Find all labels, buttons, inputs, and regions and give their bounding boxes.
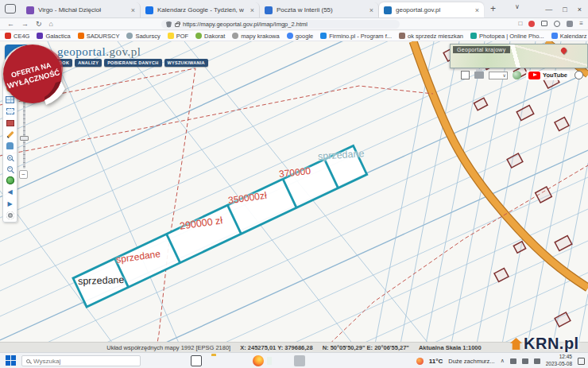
frame-tool-icon[interactable] [461,71,470,79]
battery-icon[interactable] [534,358,540,364]
bookmark-sadurscy-2[interactable]: Sadurscy [126,33,160,40]
next-view-button[interactable]: ▶ [6,199,14,208]
task-view-button[interactable] [191,355,202,366]
pinned-app-icon[interactable] [294,355,305,366]
firefox-icon[interactable] [253,355,264,366]
shield-icon[interactable] [166,21,172,28]
clock-date: 2023-05-08 [546,361,572,368]
previous-view-button[interactable]: ◀ [6,188,14,196]
tab-title: Virgo - Michał Dzięcioł [38,6,127,14]
close-tab-icon[interactable]: × [369,6,373,14]
extension-box-icon[interactable] [541,21,547,26]
notification-center-icon[interactable] [578,358,585,365]
network-icon[interactable] [522,358,528,364]
taskbar-search[interactable] [21,355,141,366]
overview-map-panel[interactable]: Geoportal krajowy [450,44,588,68]
new-tab-button[interactable]: + [490,3,496,14]
close-tab-icon[interactable]: × [131,6,135,14]
close-tab-icon[interactable]: × [475,6,479,14]
krn-house-icon [510,338,522,350]
menu-item-wyszukiwania[interactable]: WYSZUKIWANIA [164,59,208,67]
tab-title: Poczta w Interii (55) [277,6,366,14]
youtube-play-icon [528,72,540,79]
adblock-icon[interactable] [528,21,535,27]
bookmark-google[interactable]: google [287,33,314,40]
browser-navbar: ← → ↻ ⌂ https://mapy.geoportal.gov.pl/im… [0,18,588,30]
system-tray: 11°C Duże zachmurz... ∧ 12:45 2023-05-08 [416,353,588,368]
minimize-button[interactable]: — [545,6,552,14]
bookmark-sprzedaz-mieszkan[interactable]: ok sprzedz mieszkan [399,33,463,40]
zoom-out-button[interactable]: − [19,170,28,179]
bookmark-galactica[interactable]: Galactica [37,33,70,40]
tab-list-chevron-icon[interactable]: ∨ [515,3,520,10]
forward-button[interactable]: → [21,20,29,28]
zoom-in-icon: + [7,155,13,161]
bookmark-photopea[interactable]: Photopea | Online Pho... [470,33,544,40]
map-status-bar: Układ współrzędnych mapy 1992 [EPSG 2180… [0,342,588,352]
reload-button[interactable]: ↻ [36,20,42,28]
tab-virgo[interactable]: Virgo - Michał Dzięcioł × [21,2,141,17]
bookmark-pof[interactable]: POF [168,33,188,40]
address-bar[interactable]: https://mapy.geoportal.gov.pl/imap/Imgp_… [161,20,400,29]
youtube-badge[interactable]: YouTube [526,71,570,80]
bookmark-favicon [37,33,43,39]
bookmark-sadurscy-1[interactable]: SADURSCY [78,33,120,40]
navbar-extensions: □ ≡ [518,20,583,27]
bookmark-firmino[interactable]: Firmino.pl - Program f... [320,33,392,40]
bookmark-mapy-krakowa[interactable]: mapy krakowa [232,33,279,40]
map-pin-icon [560,47,568,55]
settings-button[interactable] [6,211,14,219]
bookmark-favicon [78,33,84,39]
geoportal-title: geoportal.gov.pl [57,45,141,59]
pan-tool-button[interactable] [6,141,14,150]
tray-chevron-icon[interactable]: ∧ [501,358,505,364]
bookmark-kalendarz-google[interactable]: Kalendarz Google [551,33,588,40]
back-button[interactable]: ← [7,20,14,28]
tab-favicon [26,6,34,14]
start-button[interactable] [6,355,16,366]
measure-area-button[interactable] [6,118,14,127]
close-window-button[interactable]: × [578,6,582,14]
basemap-globe-icon[interactable] [513,71,521,79]
tab-favicon [384,6,392,14]
url-text[interactable]: https://mapy.geoportal.gov.pl/imap/Imgp_… [183,21,308,28]
profile-icon[interactable] [554,21,560,27]
globe-icon [6,176,14,184]
weather-desc[interactable]: Duże zachmurz... [448,358,494,365]
bookmark-dakorat[interactable]: Dakorat [195,33,225,40]
menu-item-analizy[interactable]: ANALIZY [75,59,102,67]
bookmark-ce4g[interactable]: CE4G [5,33,29,40]
menu-item-pobieranie-danych[interactable]: POBIERANIE DANYCH [104,59,161,67]
full-extent-button[interactable] [6,176,14,185]
browser-tab-strip: Virgo - Michał Dzięcioł × Kalendarz Goog… [0,0,588,18]
bookmark-favicon [287,33,293,39]
firefox-view-icon[interactable] [5,4,16,14]
maximize-button[interactable]: □ [563,6,567,14]
scale-dropdown[interactable]: ∨ [489,72,508,79]
map-canvas[interactable]: sprzedane sprzedane 290000 zł 350000zł 3… [0,41,588,342]
menu-icon[interactable]: ≡ [579,20,583,27]
status-latlon: N: 50°05'50,29" E: 20°06'55,27" [323,344,409,351]
zoom-slider-handle[interactable] [20,136,29,141]
print-icon[interactable] [474,72,484,79]
search-input[interactable] [33,358,136,365]
zoom-out-tool-button[interactable]: − [6,165,14,173]
tab-title: geoportal.gov.pl [396,6,471,14]
draw-tool-button[interactable] [6,130,14,139]
clock[interactable]: 12:45 2023-05-08 [546,354,572,368]
zoom-out-icon: − [7,166,13,172]
exclusive-offer-badge: OFERTA NA WYŁĄCZNOŚĆ [0,41,67,111]
speaker-icon[interactable] [510,358,516,364]
zoom-in-tool-button[interactable]: + [6,153,14,162]
weather-temp[interactable]: 11°C [429,358,443,365]
tab-kalendarz[interactable]: Kalendarz Google - Tydzień, w × [141,2,260,17]
tab-poczta[interactable]: Poczta w Interii (55) × [260,2,379,17]
sidebar-icon[interactable]: □ [518,20,522,27]
home-button[interactable]: ⌂ [49,20,53,28]
close-tab-icon[interactable]: × [250,6,254,14]
tab-favicon [145,6,153,14]
weather-icon[interactable] [416,358,424,365]
help-circle-icon[interactable] [574,71,583,79]
tab-geoportal-active[interactable]: geoportal.gov.pl × [379,2,484,17]
puzzle-icon[interactable] [567,21,573,27]
